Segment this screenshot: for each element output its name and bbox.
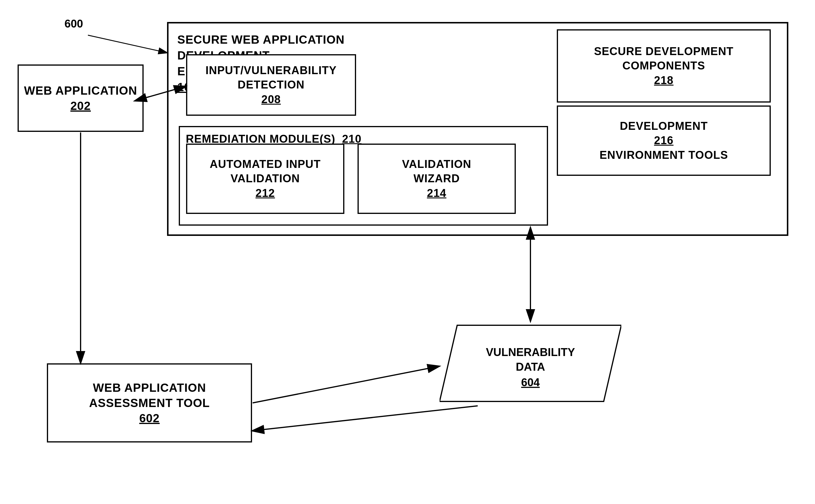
aiv-ref: 212 (256, 186, 275, 200)
aiv-box: AUTOMATED INPUT VALIDATION 212 (186, 144, 344, 214)
vw-line2: WIZARD (414, 171, 460, 186)
vuln-data-shape: VULNERABILITY DATA 604 (440, 322, 621, 404)
waat-vulndata-arrow (253, 366, 439, 403)
webapp-ref: 202 (70, 98, 91, 113)
vw-line1: VALIDATION (402, 157, 472, 171)
ref600-arrow (88, 35, 167, 53)
waat-box: WEB APPLICATION ASSESSMENT TOOL 602 (47, 363, 252, 442)
svg-text:DATA: DATA (516, 361, 545, 373)
det-line2: ENVIRONMENT TOOLS (600, 148, 728, 162)
ref-600-label: 600 (64, 18, 83, 30)
webapp-box: WEB APPLICATION 202 (18, 64, 144, 132)
aiv-line2: VALIDATION (231, 171, 300, 186)
det-ref: 216 (654, 133, 673, 148)
remediation-ref: 210 (342, 133, 361, 145)
webapp-line1: WEB APPLICATION (24, 83, 137, 98)
vw-box: VALIDATION WIZARD 214 (358, 144, 516, 214)
vw-ref: 214 (427, 186, 446, 200)
aiv-line1: AUTOMATED INPUT (210, 157, 321, 171)
sdc-box: SECURE DEVELOPMENT COMPONENTS 218 (557, 29, 771, 103)
sdc-line1: SECURE DEVELOPMENT (594, 44, 734, 59)
svg-text:VULNERABILITY: VULNERABILITY (486, 346, 575, 358)
sdc-line2: COMPONENTS (622, 59, 705, 73)
diagram-container: 600 SECURE WEB APPLICATION DEVELOPMENT E… (0, 0, 815, 504)
det-box: DEVELOPMENT 216 ENVIRONMENT TOOLS (557, 105, 771, 176)
ivd-line1: INPUT/VULNERABILITY (205, 63, 337, 78)
ivd-ref: 208 (261, 92, 281, 107)
ivd-line2: DETECTION (238, 78, 305, 92)
waat-ref: 602 (139, 411, 160, 426)
vulndata-waat-arrow (253, 406, 478, 431)
waat-line1: WEB APPLICATION (93, 380, 206, 395)
waat-line2: ASSESSMENT TOOL (89, 395, 210, 411)
remediation-title: REMEDIATION MODULE(S) (186, 133, 335, 145)
det-line1: DEVELOPMENT (620, 119, 708, 133)
ivd-box: INPUT/VULNERABILITY DETECTION 208 (186, 54, 356, 116)
svg-text:604: 604 (521, 376, 540, 389)
sdc-ref: 218 (654, 73, 673, 88)
